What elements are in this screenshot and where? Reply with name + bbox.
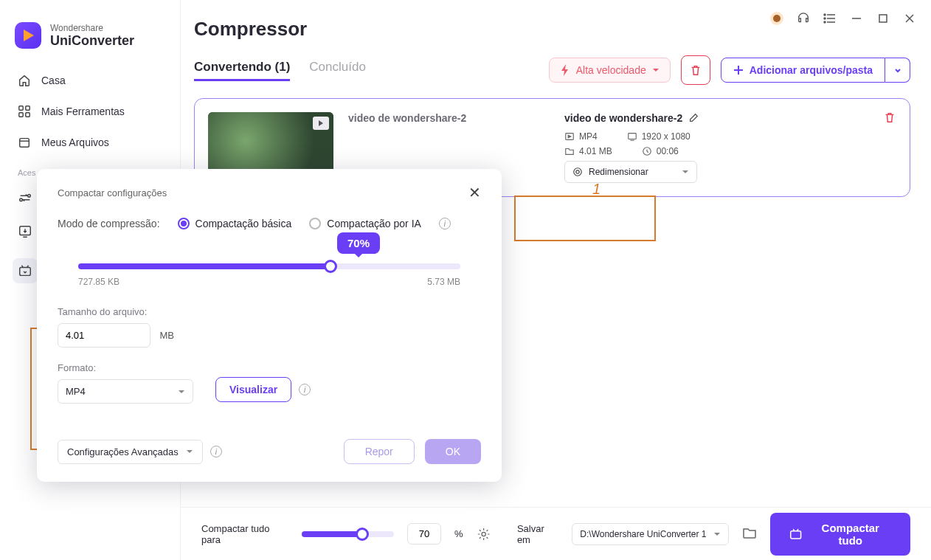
svg-point-28 — [482, 532, 485, 536]
chevron-down-icon — [682, 168, 689, 176]
annotation-number-1: 1 — [592, 181, 601, 198]
high-speed-toggle[interactable]: Alta velocidade — [549, 58, 671, 83]
svg-rect-10 — [19, 106, 23, 110]
sidebar-item-my-files[interactable]: Meus Arquivos — [0, 127, 180, 158]
radio-ai-compression[interactable]: Compactação por IA — [309, 218, 421, 229]
svg-rect-11 — [26, 106, 30, 110]
radio-basic-compression[interactable]: Compactação básica — [178, 218, 292, 229]
sidebar-item-home[interactable]: Casa — [0, 65, 180, 96]
svg-rect-23 — [628, 134, 636, 139]
chevron-down-icon — [178, 388, 185, 395]
info-icon[interactable]: i — [299, 384, 311, 395]
toolbar: Convertendo (1) Concluído Alta velocidad… — [194, 55, 910, 85]
mode-label: Modo de compressão: — [58, 218, 160, 229]
tab-completed[interactable]: Concluído — [309, 60, 366, 81]
svg-rect-14 — [20, 139, 30, 148]
file-size-input[interactable] — [58, 323, 150, 348]
svg-rect-12 — [19, 113, 23, 117]
save-path-value: D:\Wondershare UniConverter 1 — [580, 529, 706, 539]
meta-resolution: 1920 x 1080 — [627, 131, 691, 142]
page-title: Compressor — [194, 18, 910, 41]
target-icon — [572, 167, 583, 177]
slider-thumb[interactable] — [356, 528, 369, 541]
compress-all-label: Compactar tudo — [809, 522, 891, 547]
meta-size: 4.01 MB — [564, 146, 612, 156]
compress-icon — [789, 528, 802, 541]
save-path-select[interactable]: D:\Wondershare UniConverter 1 — [572, 523, 729, 545]
modal-close-button[interactable]: ✕ — [468, 184, 481, 201]
percent-unit: % — [454, 528, 463, 539]
slider-track — [78, 263, 460, 269]
delete-all-button[interactable] — [681, 55, 710, 85]
edit-name-icon[interactable] — [688, 113, 699, 123]
info-icon[interactable]: i — [439, 218, 451, 229]
preview-button[interactable]: Visualizar — [215, 377, 291, 402]
slider-thumb[interactable] — [324, 260, 337, 273]
info-icon[interactable]: i — [210, 446, 222, 457]
svg-rect-29 — [791, 530, 801, 538]
compress-all-button[interactable]: Compactar tudo — [770, 513, 910, 556]
format-label: Formato: — [58, 362, 193, 373]
resize-label: Redimensionar — [589, 167, 648, 177]
file-title-left: video de wondershare-2 — [348, 112, 550, 124]
app-logo: Wondershare UniConverter — [0, 15, 180, 65]
compress-all-to-label: Compactar tudo para — [201, 523, 288, 545]
sidebar-tool-compress-icon[interactable] — [13, 258, 38, 283]
brand-name-2: UniConverter — [50, 33, 134, 49]
resize-dropdown[interactable]: Redimensionar — [564, 161, 697, 183]
svg-point-17 — [20, 198, 23, 201]
tabs: Convertendo (1) Concluído — [194, 60, 366, 81]
slider-value-badge: 70% — [337, 232, 380, 254]
svg-rect-19 — [20, 267, 31, 275]
save-in-label: Salvar em — [517, 523, 558, 545]
slider-max-label: 5.73 MB — [427, 277, 460, 287]
chevron-down-icon — [186, 448, 193, 455]
sidebar-item-label: Mais Ferramentas — [41, 106, 125, 117]
sidebar-item-label: Meus Arquivos — [41, 136, 109, 148]
slider-fill — [78, 263, 330, 269]
format-select[interactable]: MP4 — [58, 379, 193, 404]
modal-title: Compactar configurações — [58, 187, 167, 198]
reset-button[interactable]: Repor — [344, 439, 415, 464]
file-size-unit: MB — [159, 330, 174, 341]
slider-min-label: 727.85 KB — [78, 277, 120, 287]
sidebar-item-label: Casa — [41, 75, 66, 86]
logo-icon — [15, 22, 41, 49]
compression-slider[interactable]: 70% — [78, 263, 460, 269]
compress-settings-modal: Compactar configurações ✕ Modo de compre… — [37, 169, 502, 482]
advanced-settings-dropdown[interactable]: Configurações Avançadas — [58, 440, 203, 464]
brand-name-1: Wondershare — [50, 23, 134, 33]
add-files-button[interactable]: Adicionar arquivos/pasta — [721, 58, 885, 83]
play-icon[interactable] — [313, 117, 329, 130]
advanced-label: Configurações Avançadas — [67, 446, 179, 457]
radio-dot-icon — [309, 218, 321, 229]
radio-dot-icon — [178, 218, 190, 229]
svg-point-16 — [28, 194, 31, 197]
ok-button[interactable]: OK — [425, 439, 481, 464]
file-size-label: Tamanho do arquivo: — [58, 306, 193, 317]
add-files-combo: Adicionar arquivos/pasta — [721, 58, 910, 83]
footer-bar: Compactar tudo para % Salvar em D:\Wonde… — [181, 507, 931, 560]
radio-ai-label: Compactação por IA — [327, 218, 421, 229]
svg-rect-13 — [26, 113, 30, 117]
footer-slider[interactable] — [302, 531, 394, 537]
file-title-right: video de wondershare-2 — [564, 112, 896, 124]
tab-converting[interactable]: Convertendo (1) — [194, 60, 290, 81]
add-files-dropdown[interactable] — [885, 58, 910, 83]
open-folder-button[interactable] — [742, 526, 757, 542]
meta-format: MP4 — [564, 131, 598, 142]
meta-duration: 00:06 — [642, 146, 679, 156]
svg-point-27 — [576, 170, 579, 173]
chevron-down-icon — [713, 530, 721, 538]
radio-basic-label: Compactação básica — [195, 218, 292, 229]
footer-percent-input[interactable] — [407, 523, 441, 545]
settings-icon[interactable] — [477, 527, 491, 542]
svg-point-26 — [574, 168, 582, 176]
format-value: MP4 — [66, 386, 86, 397]
high-speed-label: Alta velocidade — [576, 64, 646, 76]
delete-file-button[interactable] — [883, 111, 896, 127]
sidebar-item-more-tools[interactable]: Mais Ferramentas — [0, 96, 180, 127]
add-files-label: Adicionar arquivos/pasta — [750, 64, 873, 76]
